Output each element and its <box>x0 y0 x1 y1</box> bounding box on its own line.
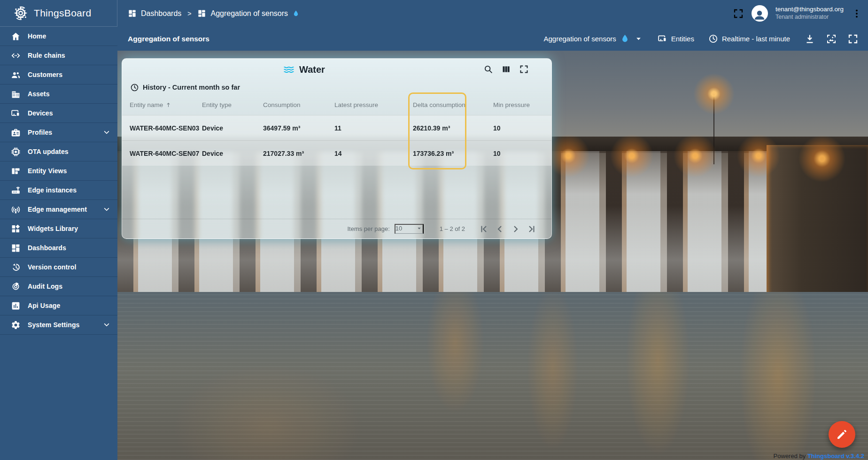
breadcrumb-dashboards[interactable]: Dashboards <box>141 9 181 18</box>
cell-entity-name: WATER-640MC-SEN03 <box>130 124 202 132</box>
entities-label: Entities <box>671 35 694 43</box>
dashboard-state-label: Aggregation of sensors <box>543 35 616 43</box>
breadcrumb-separator: > <box>187 10 191 17</box>
more-menu-icon[interactable] <box>851 8 862 19</box>
cell-entity-name: WATER-640MC-SEN07 <box>130 150 202 157</box>
chevron-down-icon <box>102 321 111 329</box>
entities-button[interactable]: Entities <box>658 34 694 44</box>
expand-icon[interactable] <box>519 64 529 74</box>
widget-subtitle: History - Current month so far <box>122 80 551 94</box>
entities-icon <box>658 34 667 44</box>
cell-delta-consumption: 173736.23 m³ <box>413 150 493 157</box>
page-title: Aggregation of sensors <box>128 35 209 43</box>
fullscreen-icon[interactable] <box>733 8 744 19</box>
table-row[interactable]: WATER-640MC-SEN03 Device 36497.59 m³ 11 … <box>122 115 551 140</box>
column-label: Latest pressure <box>334 101 378 108</box>
version-link[interactable]: Thingsboard v.3.4.2 <box>807 452 864 460</box>
cell-entity-type: Device <box>202 124 263 132</box>
column-header-delta-consumption[interactable]: Delta consumption <box>413 101 493 108</box>
sidebar-item-rule-chains[interactable]: Rule chains <box>0 46 117 65</box>
view-columns-icon[interactable] <box>501 64 511 74</box>
search-icon[interactable] <box>483 64 493 74</box>
edit-dashboard-fab[interactable] <box>829 421 855 448</box>
sidebar-item-version-control[interactable]: Version control <box>0 258 117 277</box>
customers-icon <box>11 70 21 80</box>
toolbar-icon-buttons <box>804 33 859 45</box>
widget-title-wrap: Water <box>283 63 325 76</box>
sidebar-item-api-usage[interactable]: Api Usage <box>0 296 117 315</box>
app-window: ThingsBoard Dashboards > Aggregation of … <box>0 0 868 460</box>
api-usage-icon <box>11 301 21 311</box>
last-page-icon[interactable] <box>526 223 537 235</box>
sidebar-item-audit-logs[interactable]: Audit Logs <box>0 277 117 296</box>
user-info: tenant@thingsboard.org Tenant administra… <box>775 6 844 21</box>
chevron-down-icon <box>416 225 423 232</box>
dashboard-state-select[interactable]: Aggregation of sensors <box>543 34 643 44</box>
column-header-latest-pressure[interactable]: Latest pressure <box>334 101 413 108</box>
sidebar-item-system-settings[interactable]: System Settings <box>0 315 117 335</box>
sidebar-item-widgets-library[interactable]: Widgets Library <box>0 219 117 238</box>
column-label: Consumption <box>263 101 301 108</box>
widget-actions <box>483 64 529 74</box>
cell-consumption: 217027.33 m³ <box>263 150 334 157</box>
sidebar-item-profiles[interactable]: Profiles <box>0 123 117 142</box>
sidebar-item-label: Edge instances <box>28 186 77 194</box>
column-header-entity-name[interactable]: Entity name <box>130 101 202 108</box>
dashboard-image-icon[interactable] <box>826 33 837 45</box>
entities-table: Entity name Entity type Consumption Late… <box>122 94 551 166</box>
column-header-consumption[interactable]: Consumption <box>263 101 334 108</box>
clock-icon <box>708 34 718 44</box>
paginator-buttons <box>478 223 537 235</box>
powered-by: Powered by Thingsboard v.3.4.2 <box>774 452 864 460</box>
sidebar-item-dashboards[interactable]: Dashboards <box>0 238 117 258</box>
first-page-icon[interactable] <box>478 223 489 235</box>
sidebar-item-assets[interactable]: Assets <box>0 84 117 104</box>
sidebar-item-label: OTA updates <box>28 148 69 155</box>
sidebar-item-entity-views[interactable]: Entity Views <box>0 161 117 181</box>
cell-latest-pressure: 11 <box>334 124 413 132</box>
sidebar-item-label: Widgets Library <box>28 225 78 232</box>
page-size-select[interactable]: 10 <box>395 224 424 234</box>
app-title: ThingsBoard <box>34 8 91 19</box>
user-role: Tenant administrator <box>775 14 844 21</box>
sidebar-item-ota-updates[interactable]: OTA updates <box>0 142 117 161</box>
header-actions: tenant@thingsboard.org Tenant administra… <box>733 5 868 22</box>
previous-page-icon[interactable] <box>494 223 505 235</box>
next-page-icon[interactable] <box>510 223 521 235</box>
avatar[interactable] <box>752 5 768 22</box>
grid-icon <box>197 9 206 18</box>
chevron-down-icon <box>102 128 111 137</box>
profiles-icon <box>11 128 21 138</box>
edge-instances-icon <box>11 185 21 195</box>
table-header-row: Entity name Entity type Consumption Late… <box>122 94 551 115</box>
sidebar-item-devices[interactable]: Devices <box>0 104 117 123</box>
download-icon[interactable] <box>804 33 815 45</box>
sidebar-item-home[interactable]: Home <box>0 27 117 46</box>
column-header-min-pressure[interactable]: Min pressure <box>493 101 551 108</box>
sidebar-item-edge-instances[interactable]: Edge instances <box>0 181 117 200</box>
table-row[interactable]: WATER-640MC-SEN07 Device 217027.33 m³ 14… <box>122 140 551 166</box>
cell-min-pressure: 10 <box>493 150 551 157</box>
chevron-down-icon <box>102 205 111 214</box>
breadcrumb: Dashboards > Aggregation of sensors <box>117 9 300 18</box>
widgets-library-icon <box>11 224 21 234</box>
sidebar-item-label: Dashboards <box>28 244 66 252</box>
sidebar-item-label: Api Usage <box>28 302 60 309</box>
thingsboard-logo-icon <box>12 5 29 22</box>
column-header-entity-type[interactable]: Entity type <box>202 101 263 108</box>
sidebar-item-label: Assets <box>28 90 50 98</box>
sort-asc-icon <box>165 101 172 108</box>
cell-latest-pressure: 14 <box>334 150 413 157</box>
sidebar-item-label: Home <box>28 32 46 40</box>
thingsboard-logo[interactable]: ThingsBoard <box>0 0 117 27</box>
pencil-icon <box>836 429 848 440</box>
cell-delta-consumption: 26210.39 m³ <box>413 124 493 132</box>
toolbar-controls: Aggregation of sensors Entities Realtime… <box>543 33 859 45</box>
fullscreen-icon[interactable] <box>847 33 859 45</box>
timewindow-button[interactable]: Realtime - last minute <box>708 34 790 44</box>
sidebar-item-customers[interactable]: Customers <box>0 65 117 84</box>
breadcrumb-current: Aggregation of sensors <box>210 9 288 18</box>
top-header: ThingsBoard Dashboards > Aggregation of … <box>0 0 868 27</box>
sidebar-item-edge-management[interactable]: Edge management <box>0 200 117 219</box>
powered-by-text: Powered by <box>774 452 806 460</box>
